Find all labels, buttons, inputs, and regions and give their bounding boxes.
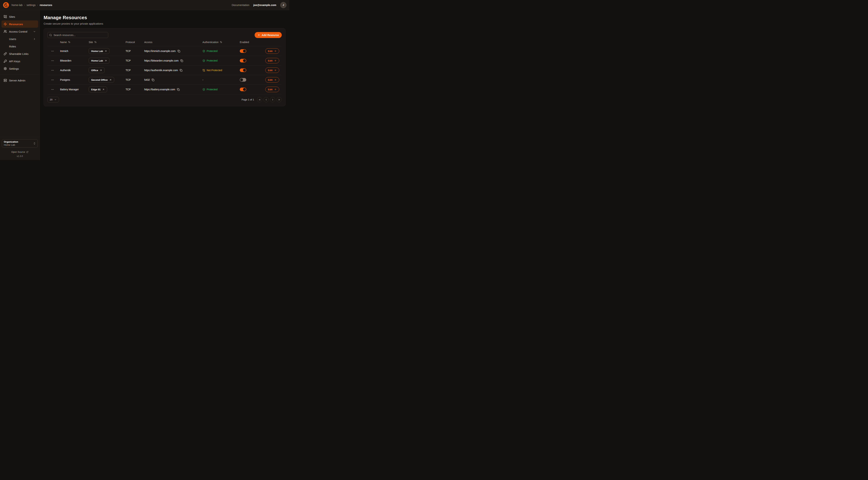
header-authentication[interactable]: Authentication xyxy=(200,41,237,43)
header-access-label: Access xyxy=(144,41,152,43)
organization-selector[interactable]: Organization Home Lab xyxy=(2,139,38,148)
copy-icon[interactable] xyxy=(180,69,182,72)
edit-button[interactable]: Edit xyxy=(265,58,279,63)
auth-cell: Not Protected xyxy=(200,69,237,72)
ellipsis-menu-button[interactable] xyxy=(51,50,54,53)
open-source-label: Open Source xyxy=(11,151,25,153)
first-page-button[interactable] xyxy=(257,97,262,102)
breadcrumb-settings[interactable]: settings xyxy=(27,4,36,6)
chevron-down-icon xyxy=(33,30,36,33)
access-cell: https://authentik.example.com xyxy=(142,69,200,72)
breadcrumb-separator: › xyxy=(37,4,38,6)
sort-icon xyxy=(68,41,70,43)
protocol-cell: TCP xyxy=(123,59,142,62)
user-avatar[interactable]: J xyxy=(280,2,286,8)
auth-status-label: Protected xyxy=(207,50,217,53)
protocol-cell: TCP xyxy=(123,69,142,72)
enabled-cell xyxy=(237,78,262,82)
page-subtitle: Create secure proxies to your private ap… xyxy=(43,22,285,25)
site-link[interactable]: Second Office xyxy=(89,77,114,83)
sidebar-item-label: Server Admin xyxy=(9,79,25,82)
site-label: Home Lab xyxy=(91,59,103,62)
sidebar-item-shareable-links[interactable]: Shareable Links xyxy=(1,50,38,57)
topbar: home-lab › settings › resources Document… xyxy=(0,0,289,10)
add-resource-button[interactable]: Add Resource xyxy=(255,32,282,38)
chevrons-up-down-icon xyxy=(33,142,36,145)
site-link[interactable]: Home Lab xyxy=(89,58,110,63)
sidebar-item-server-admin[interactable]: Server Admin xyxy=(1,77,38,84)
sidebar-item-api-keys[interactable]: API Keys xyxy=(1,58,38,65)
edit-button[interactable]: Edit xyxy=(265,77,279,83)
auth-status-label: - xyxy=(203,79,204,81)
gear-icon xyxy=(4,67,7,70)
copy-icon[interactable] xyxy=(152,79,154,81)
sidebar-nav: Sites Resources Access Control Users xyxy=(0,10,40,137)
last-page-button[interactable] xyxy=(277,97,282,102)
edit-button[interactable]: Edit xyxy=(265,67,279,73)
enabled-toggle[interactable] xyxy=(240,68,246,72)
edit-cell: Edit xyxy=(262,67,282,73)
arrow-up-right-icon xyxy=(104,60,107,62)
sidebar-item-access-control[interactable]: Access Control xyxy=(1,28,38,35)
chevron-down-icon xyxy=(54,98,57,101)
table-row: Battery Manager Edge 01 TCP https://batt… xyxy=(48,85,282,94)
edit-cell: Edit xyxy=(262,58,282,63)
sidebar-item-label: Shareable Links xyxy=(9,52,29,55)
search-input[interactable] xyxy=(48,32,108,38)
header-site[interactable]: Site xyxy=(86,41,123,43)
site-link[interactable]: Home Lab xyxy=(89,48,110,54)
enabled-toggle[interactable] xyxy=(240,59,246,62)
sidebar-item-settings[interactable]: Settings xyxy=(1,65,38,72)
server-icon xyxy=(4,79,7,82)
shield-check-icon xyxy=(203,50,205,53)
sidebar-bottom: Organization Home Lab Open Source v1.3.0 xyxy=(0,137,40,160)
documentation-link[interactable]: Documentation xyxy=(232,4,250,6)
row-menu-cell xyxy=(48,88,58,91)
header-name[interactable]: Name xyxy=(58,41,86,43)
sidebar-item-label: Roles xyxy=(9,45,16,48)
access-cell: https://immich.example.com xyxy=(142,50,200,53)
copy-icon[interactable] xyxy=(178,50,180,53)
access-cell: https://bitwarden.example.com xyxy=(142,59,200,62)
toolbar: Add Resource xyxy=(48,32,282,38)
ellipsis-menu-button[interactable] xyxy=(51,79,54,82)
ellipsis-menu-button[interactable] xyxy=(51,69,54,72)
breadcrumb-org[interactable]: home-lab xyxy=(11,4,23,6)
copy-icon[interactable] xyxy=(180,59,183,62)
edit-cell: Edit xyxy=(262,48,282,54)
edit-button[interactable]: Edit xyxy=(265,87,279,92)
page-size-select[interactable]: 20 xyxy=(48,97,59,102)
ellipsis-menu-button[interactable] xyxy=(51,59,54,62)
enabled-cell xyxy=(237,88,262,91)
app-logo[interactable] xyxy=(3,2,9,8)
sidebar-item-roles[interactable]: Roles xyxy=(1,43,38,50)
prev-page-button[interactable] xyxy=(264,97,269,102)
enabled-toggle[interactable] xyxy=(240,88,246,91)
resource-name: Postgres xyxy=(58,79,86,81)
next-page-button[interactable] xyxy=(270,97,275,102)
table-row: Bitwarden Home Lab TCP https://bitwarden… xyxy=(48,56,282,65)
breadcrumb: home-lab › settings › resources xyxy=(11,4,52,6)
sort-icon xyxy=(220,41,222,43)
organization-value: Home Lab xyxy=(4,144,33,146)
sidebar-item-label: Sites xyxy=(9,15,15,18)
site-link[interactable]: Office xyxy=(89,67,104,73)
enabled-toggle[interactable] xyxy=(240,49,246,53)
open-source-link[interactable]: Open Source xyxy=(11,151,28,153)
sidebar-item-users[interactable]: Users xyxy=(1,35,38,42)
enabled-toggle[interactable] xyxy=(240,78,246,82)
ellipsis-menu-button[interactable] xyxy=(51,88,54,91)
edit-button[interactable]: Edit xyxy=(265,48,279,54)
sidebar-item-resources[interactable]: Resources xyxy=(1,21,38,28)
sidebar-item-sites[interactable]: Sites xyxy=(1,13,38,20)
pagination: 20 Page 1 of 1 xyxy=(48,97,282,102)
copy-icon[interactable] xyxy=(177,88,180,91)
resource-name: Immich xyxy=(58,50,86,53)
site-link[interactable]: Edge 01 xyxy=(89,87,107,92)
page-title: Manage Resources xyxy=(43,15,285,21)
site-cell: Home Lab xyxy=(86,48,123,54)
resource-name: Battery Manager xyxy=(58,88,86,91)
enabled-cell xyxy=(237,68,262,72)
access-value: 5432 xyxy=(144,79,150,81)
edit-label: Edit xyxy=(268,79,273,81)
